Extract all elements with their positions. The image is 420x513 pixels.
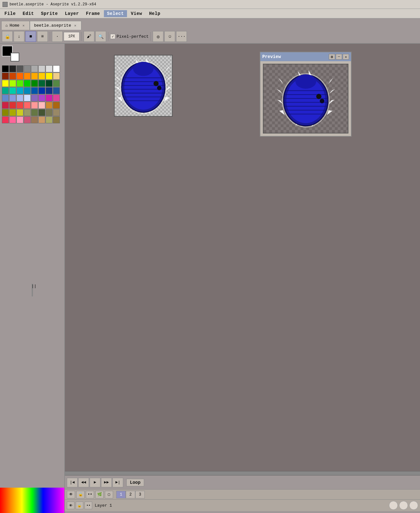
tab-home[interactable]: ⌂ Home ✕ [1,21,30,30]
layer-frame-btn[interactable]: ▢ [105,491,113,498]
palette-color-45[interactable] [38,102,45,109]
menu-file[interactable]: File [1,10,19,17]
tab-home-close[interactable]: ✕ [21,23,26,28]
color-gradient-bar[interactable] [0,488,64,513]
move-tool-btn[interactable]: ↓ [14,31,24,42]
palette-color-42[interactable] [16,102,23,109]
palette-color-8[interactable] [2,73,9,80]
palette-color-19[interactable] [24,80,31,87]
bg-color-swatch[interactable] [10,53,19,62]
palette-resize-handle[interactable]: || [32,284,33,296]
palette-color-60[interactable] [31,116,38,123]
lock-tool-btn[interactable]: 🔒 [2,31,13,42]
palette-color-3[interactable] [24,65,31,72]
frame-3[interactable]: 3 [135,491,145,498]
palette-color-20[interactable] [31,80,38,87]
palette-color-10[interactable] [16,73,23,80]
palette-color-18[interactable] [16,80,23,87]
layer-eye-btn[interactable]: 👁 [67,491,75,498]
horizontal-scrollbar[interactable] [65,471,420,475]
layer-link-btn[interactable]: •• [86,491,94,498]
palette-color-16[interactable] [2,80,9,87]
eyedrop-tool-btn[interactable]: 🔍 [95,31,106,42]
next-frame-btn[interactable]: ►► [101,478,112,487]
stamp-tool-btn[interactable]: 🖌 [84,31,94,42]
tab-beetle-close[interactable]: ✕ [73,23,77,28]
palette-color-29[interactable] [38,87,45,94]
pixel-perfect-checkbox[interactable]: ✓ [110,34,115,39]
frame-2[interactable]: 2 [126,491,135,498]
palette-color-31[interactable] [53,87,60,94]
palette-color-49[interactable] [9,109,16,116]
palette-color-43[interactable] [24,102,31,109]
palette-color-24[interactable] [2,87,9,94]
palette-color-12[interactable] [31,73,38,80]
palette-color-47[interactable] [53,102,60,109]
layer-frame-cell-2[interactable] [399,501,408,510]
loop-badge[interactable]: Loop [126,479,144,486]
palette-color-58[interactable] [16,116,23,123]
menu-tool-btn[interactable]: ≡ [37,31,48,42]
palette-color-11[interactable] [24,73,31,80]
preview-minimize-btn[interactable]: ─ [336,54,342,60]
menu-select[interactable]: Select [104,10,127,17]
palette-color-21[interactable] [38,80,45,87]
palette-color-37[interactable] [38,94,45,101]
layer-mode-btn[interactable]: •• [85,502,92,509]
palette-color-54[interactable] [46,109,53,116]
palette-color-48[interactable] [2,109,9,116]
palette-color-5[interactable] [38,65,45,72]
palette-color-46[interactable] [46,102,53,109]
palette-color-0[interactable] [2,65,9,72]
layer-lock-btn[interactable]: 🔒 [76,491,85,498]
palette-color-50[interactable] [16,109,23,116]
palette-color-33[interactable] [9,94,16,101]
palette-color-23[interactable] [53,80,60,87]
palette-color-17[interactable] [9,80,16,87]
menu-layer[interactable]: Layer [62,10,82,17]
palette-color-7[interactable] [53,65,60,72]
menu-edit[interactable]: Edit [20,10,37,17]
tab-beetle[interactable]: beetle.aseprite ✕ [30,21,81,30]
palette-color-62[interactable] [46,116,53,123]
palette-color-36[interactable] [31,94,38,101]
palette-color-38[interactable] [46,94,53,101]
preview-close-btn[interactable]: ✕ [343,54,349,60]
palette-color-9[interactable] [9,73,16,80]
palette-color-35[interactable] [24,94,31,101]
preview-titlebar[interactable]: Preview ⊞ ─ ✕ [260,52,351,61]
canvas-viewport[interactable]: Preview ⊞ ─ ✕ [65,44,420,471]
palette-color-44[interactable] [31,102,38,109]
palette-color-25[interactable] [9,87,16,94]
rect-tool-btn[interactable]: ■ [25,31,36,42]
palette-color-56[interactable] [2,116,9,123]
layer-frame-cell-3[interactable] [409,501,418,510]
palette-color-2[interactable] [16,65,23,72]
menu-view[interactable]: View [128,10,145,17]
brush-size-input[interactable] [64,32,80,41]
canvas-area[interactable]: Preview ⊞ ─ ✕ [65,44,420,475]
onion-skin-btn[interactable]: ◎ [153,31,163,42]
palette-color-1[interactable] [9,65,16,72]
layer-onion-btn[interactable]: 🌿 [95,491,104,498]
menu-frame[interactable]: Frame [83,10,103,17]
palette-color-30[interactable] [46,87,53,94]
palette-color-34[interactable] [16,94,23,101]
symmetry-btn[interactable]: ☺ [164,31,175,42]
palette-color-61[interactable] [38,116,45,123]
layer-visible-btn[interactable]: 👁 [67,502,74,509]
palette-color-63[interactable] [53,116,60,123]
pixel-perfect-toggle[interactable]: ✓ Pixel-perfect [110,34,149,39]
preview-maximize-btn[interactable]: ⊞ [329,54,335,60]
palette-color-15[interactable] [53,73,60,80]
palette-color-27[interactable] [24,87,31,94]
palette-color-6[interactable] [46,65,53,72]
palette-color-51[interactable] [24,109,31,116]
prev-frame-btn[interactable]: ◄◄ [78,478,89,487]
palette-color-53[interactable] [38,109,45,116]
sprite-canvas[interactable] [114,55,173,117]
palette-color-52[interactable] [31,109,38,116]
palette-color-4[interactable] [31,65,38,72]
layer-locked-btn[interactable]: 🔒 [76,502,83,509]
palette-color-59[interactable] [24,116,31,123]
